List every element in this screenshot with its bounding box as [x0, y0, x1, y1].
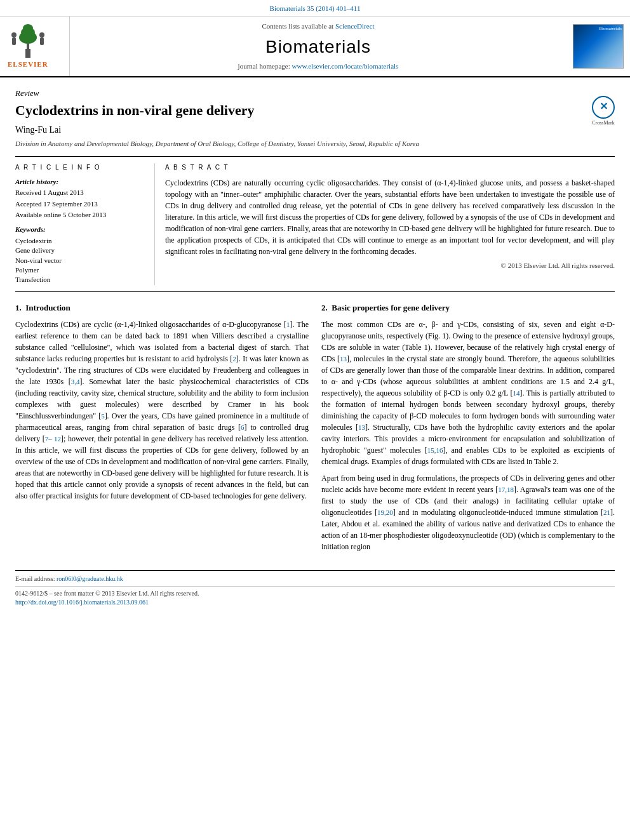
elsevier-logo: ELSEVIER [8, 23, 48, 69]
ref21[interactable]: 21 [603, 509, 610, 516]
article-title: Cyclodextrins in non-viral gene delivery [15, 102, 615, 119]
keyword-polymer: Polymer [15, 265, 144, 275]
article-info-heading: A R T I C L E I N F O [15, 163, 144, 172]
ref14[interactable]: 14 [513, 389, 520, 397]
journal-cover-image: Biomaterials [573, 24, 624, 69]
doi-url[interactable]: http://dx.doi.org/10.1016/j.biomaterials… [15, 599, 149, 606]
journal-cover-area: Biomaterials [566, 17, 630, 76]
main-body: 1. Introduction Cyclodextrins (CDs) are … [15, 302, 615, 557]
elsevier-logo-area: ELSEVIER [0, 17, 70, 76]
elsevier-tree-icon [9, 23, 47, 58]
svg-rect-6 [12, 37, 16, 45]
keywords-label: Keywords: [15, 225, 144, 234]
journal-citation: Biomaterials 35 (2014) 401–411 [270, 4, 361, 12]
ref5[interactable]: 5 [101, 412, 105, 420]
section1-para1: Cyclodextrins (CDs) are cyclic (α-1,4)-l… [15, 319, 309, 502]
contents-available-text: Contents lists available at ScienceDirec… [262, 22, 374, 31]
email-address[interactable]: ron06l0@graduate.hku.hk [57, 575, 123, 582]
ref13[interactable]: 13 [340, 355, 347, 363]
ref1[interactable]: 1 [286, 321, 290, 328]
journal-homepage: journal homepage: www.elsevier.com/locat… [238, 62, 399, 71]
ref7-12[interactable]: 7– 12 [45, 435, 61, 443]
col-introduction: 1. Introduction Cyclodextrins (CDs) are … [15, 302, 309, 557]
copyright-line: © 2013 Elsevier Ltd. All rights reserved… [165, 261, 615, 270]
article-content: Review Cyclodextrins in non-viral gene d… [0, 77, 630, 617]
homepage-url[interactable]: www.elsevier.com/locate/biomaterials [292, 62, 399, 70]
ref19-20[interactable]: 19,20 [377, 509, 393, 516]
svg-point-5 [11, 32, 17, 37]
ref17-18[interactable]: 17,18 [498, 486, 514, 493]
svg-point-7 [39, 32, 44, 37]
ref13b[interactable]: 13 [358, 423, 365, 431]
elsevier-wordmark: ELSEVIER [8, 60, 48, 69]
available-date: Available online 5 October 2013 [15, 210, 144, 220]
col-basic-properties: 2. Basic properties for gene delivery Th… [321, 302, 615, 557]
footer-issn: 0142-9612/$ – see front matter © 2013 El… [15, 589, 615, 598]
ref2[interactable]: 2 [232, 355, 236, 363]
article-type: Review [15, 88, 615, 99]
section2-title: 2. Basic properties for gene delivery [321, 302, 615, 314]
section2-para2: Apart from being used in drug formulatio… [321, 472, 615, 552]
crossmark-icon: ✕ [592, 96, 615, 119]
svg-point-4 [23, 24, 33, 32]
section2-para1: The most common CDs are α-, β- and γ-CDs… [321, 319, 615, 467]
keyword-non-viral-vector: Non-viral vector [15, 256, 144, 265]
keyword-cyclodextrin: Cyclodextrin [15, 236, 144, 246]
crossmark-badge: ✕ CrossMark [592, 96, 615, 126]
journal-title: Biomaterials [265, 34, 371, 59]
footer-divider [15, 586, 615, 587]
ref6[interactable]: 6 [241, 423, 245, 431]
info-abstract-section: A R T I C L E I N F O Article history: R… [15, 156, 615, 292]
footer-doi-link: http://dx.doi.org/10.1016/j.biomaterials… [15, 598, 615, 607]
crossmark-label: CrossMark [592, 119, 615, 126]
ref15-16[interactable]: 15,16 [427, 446, 443, 454]
footer-email: E-mail address: ron06l0@graduate.hku.hk [15, 575, 615, 583]
page-container: Biomaterials 35 (2014) 401–411 [0, 0, 630, 617]
svg-rect-0 [25, 49, 30, 58]
received-date: Received 1 August 2013 [15, 188, 144, 197]
header-section: ELSEVIER Contents lists available at Sci… [0, 17, 630, 77]
keyword-transfection: Transfection [15, 275, 144, 284]
abstract-heading: A B S T R A C T [165, 163, 615, 172]
title-row: Cyclodextrins in non-viral gene delivery… [15, 102, 615, 119]
accepted-date: Accepted 17 September 2013 [15, 199, 144, 209]
journal-top-bar: Biomaterials 35 (2014) 401–411 [0, 0, 630, 17]
abstract-col: A B S T R A C T Cyclodextrins (CDs) are … [155, 163, 615, 285]
keyword-gene-delivery: Gene delivery [15, 246, 144, 255]
article-affiliation: Division in Anatomy and Developmental Bi… [15, 139, 615, 149]
header-center: Contents lists available at ScienceDirec… [70, 17, 566, 76]
article-author: Wing-Fu Lai [15, 124, 615, 137]
history-label: Article history: [15, 177, 144, 187]
svg-rect-8 [40, 37, 44, 45]
abstract-text: Cyclodextrins (CDs) are naturally occurr… [165, 177, 615, 257]
article-info-col: A R T I C L E I N F O Article history: R… [15, 163, 155, 285]
footer-section: E-mail address: ron06l0@graduate.hku.hk … [15, 570, 615, 607]
section1-title: 1. Introduction [15, 302, 309, 314]
cover-text: Biomaterials [599, 26, 622, 32]
ref3-4[interactable]: 3,4 [71, 378, 80, 385]
